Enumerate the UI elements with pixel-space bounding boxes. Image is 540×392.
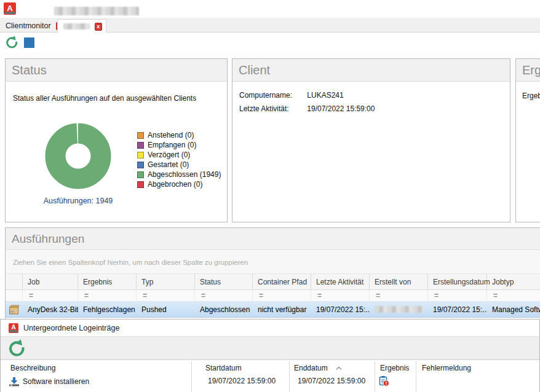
status-donut-chart [41,119,115,193]
filter-equals[interactable]: = [311,290,370,301]
table-row-selected[interactable]: AnyDesk 32-Bit Fehlgeschlagen Pushed Abg… [6,302,540,318]
col-header-beschreibung[interactable]: Beschreibung [10,364,55,372]
legend-label: Verzögert (0) [148,151,190,159]
cell-job: AnyDesk 32-Bit [23,302,78,317]
grid-filter-row: = = = = = = = = = [6,290,540,302]
legend-swatch [137,152,144,159]
result-panel-header: Ergebnis [516,59,540,82]
acmp-logo-icon: A [4,2,16,15]
col-header-job[interactable]: Job [23,274,78,289]
col-header-fehlermeldung[interactable]: Fehlermeldung [422,364,471,372]
cell-enddatum: 19/07/2022 15:59:00 [298,377,365,385]
result-error-icon[interactable] [379,375,389,386]
cell-erstellt-von-redacted [370,302,428,317]
client-panel-header: Client [232,59,510,82]
refresh-icon[interactable] [5,36,18,49]
legend-item: Verzögert (0) [137,151,221,159]
refresh-icon[interactable] [7,339,26,358]
log-entry-row[interactable]: Software installieren [9,377,89,386]
main-toolbar [0,33,540,52]
cell-status: Abgeschlossen [195,302,253,317]
tab-label: Clientmonitor [6,22,51,30]
dialog-title: Untergeordnete Logeinträge [23,324,119,332]
group-by-strip[interactable]: Ziehen Sie einen Spaltenkopf hierhin, um… [6,251,540,274]
legend-label: Abgebrochen (0) [148,180,202,189]
legend-item: Gestartet (0) [137,161,221,168]
col-header-startdatum[interactable]: Startdatum [205,364,242,372]
column-divider [289,361,290,392]
row-type-cell [6,302,23,317]
col-header-jobtyp[interactable]: Jobtyp [487,274,540,289]
field-label: Letzte Aktivität: [239,104,305,113]
close-icon[interactable]: x [95,23,102,31]
column-divider [375,361,375,392]
dialog-titlebar[interactable]: A Untergeordnete Logeinträge [1,319,539,336]
titlebar: A [0,0,540,18]
field-value: 19/07/2022 15:59:00 [307,104,375,113]
sort-ascending-icon [336,366,342,370]
col-header-erstellungsdatum[interactable]: Erstellungsdatum [428,274,487,289]
acmp-logo-icon: A [9,323,18,333]
legend-label: Empfangen (0) [148,141,196,149]
client-last-activity-row: Letzte Aktivität: 19/07/2022 15:59:00 [239,104,375,113]
grid-indicator-header [6,274,23,289]
legend-swatch [137,162,144,168]
status-legend: Anstehend (0)Empfangen (0)Verzögert (0)G… [137,131,221,190]
cell-container-pfad: nicht verfügbar [253,302,311,317]
group-by-hint: Ziehen Sie einen Spaltenkopf hierhin, um… [13,259,248,266]
cell-ergebnis: Fehlgeschlagen [78,302,137,317]
legend-item: Empfangen (0) [137,141,221,149]
legend-item: Abgeschlossen (1949) [137,171,221,178]
grid-header-row: Job Ergebnis Typ Status Container Pfad L… [6,274,540,290]
legend-item: Abgebrochen (0) [137,181,221,188]
column-divider [191,361,192,392]
status-description: Status aller Ausführungen auf den ausgew… [13,94,196,103]
legend-swatch [137,171,144,178]
col-header-ergebnis[interactable]: Ergebnis [78,274,137,289]
filter-equals[interactable]: = [137,290,195,301]
field-value: LUKAS241 [307,91,343,100]
result-label: Ergebnis [522,92,540,100]
filter-equals[interactable]: = [23,290,78,301]
legend-swatch [137,132,144,139]
filter-equals[interactable]: = [487,290,540,301]
app-window: A Clientmonitor x x Status Status aller … [0,0,540,392]
legend-item: Anstehend (0) [137,131,221,139]
col-header-letzte-aktivitaet[interactable]: Letzte Aktivität [311,274,370,289]
col-header-status[interactable]: Status [195,274,253,289]
col-header-ergebnis[interactable]: Ergebnis [380,364,409,372]
result-panel: Ergebnis Ergebnis [515,58,540,222]
legend-swatch [137,142,144,149]
filter-equals[interactable]: = [370,290,428,301]
cell-startdatum: 19/07/2022 15:59:00 [208,377,276,385]
legend-label: Gestartet (0) [148,160,189,169]
client-computername-row: Computername: LUKAS241 [239,91,344,100]
filter-equals[interactable]: = [195,290,253,301]
panel-title: Status [12,63,47,77]
executions-grid: Job Ergebnis Typ Status Container Pfad L… [6,274,540,318]
window-title-redacted [54,7,139,15]
field-label: Computername: [239,91,305,100]
redacted-username [375,306,424,313]
tab-active-redacted[interactable]: x [57,19,106,33]
col-header-container-pfad[interactable]: Container Pfad [253,274,311,289]
client-panel: Client Computername: LUKAS241 Letzte Akt… [232,58,510,222]
package-icon [9,305,20,315]
panel-title: Ausführungen [12,232,84,246]
download-icon [9,377,20,386]
filter-equals[interactable]: = [253,290,311,301]
cell-ergebnis [379,375,389,388]
col-header-typ[interactable]: Typ [137,274,195,289]
col-header-erstellt-von[interactable]: Erstellt von [370,274,428,289]
legend-label: Anstehend (0) [148,131,194,139]
donut-ring [55,133,101,179]
stop-icon[interactable] [24,37,34,48]
cell-jobtyp: Managed Software [487,302,540,317]
filter-equals[interactable]: = [78,290,137,301]
col-header-enddatum[interactable]: Enddatum [294,364,342,372]
legend-swatch [137,181,144,188]
filter-equals[interactable]: = [428,290,487,301]
filter-indicator-cell [6,290,23,301]
cell-beschreibung: Software installieren [23,377,89,386]
tab-bar: Clientmonitor x x [0,18,540,33]
